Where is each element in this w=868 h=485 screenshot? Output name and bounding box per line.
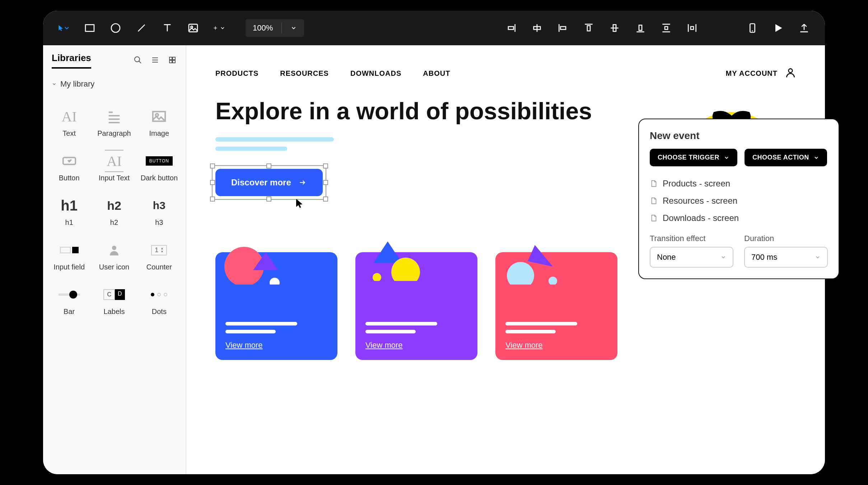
svg-line-2 bbox=[138, 25, 145, 32]
discover-button-selected[interactable]: Discover more bbox=[215, 169, 323, 196]
card-shapes-icon bbox=[363, 238, 434, 281]
align-v-center-icon[interactable] bbox=[608, 22, 621, 34]
choose-trigger-button[interactable]: CHOOSE TRIGGER bbox=[650, 149, 737, 166]
svg-point-63 bbox=[373, 273, 381, 281]
screen-downloads[interactable]: Downloads - screen bbox=[650, 209, 828, 227]
chevron-down-icon bbox=[724, 155, 729, 161]
svg-rect-14 bbox=[587, 26, 590, 31]
card-1[interactable]: View more bbox=[215, 252, 337, 360]
lib-bar[interactable]: Bar bbox=[47, 278, 92, 323]
lib-button[interactable]: Button bbox=[47, 145, 92, 189]
upload-icon[interactable] bbox=[798, 22, 811, 34]
event-panel-title: New event bbox=[650, 130, 828, 142]
nav-downloads[interactable]: DOWNLOADS bbox=[350, 69, 401, 78]
site-nav: PRODUCTS RESOURCES DOWNLOADS ABOUT MY AC… bbox=[215, 60, 796, 98]
lib-h3[interactable]: h3h3 bbox=[137, 189, 182, 234]
lib-text[interactable]: AIText bbox=[47, 100, 92, 145]
svg-rect-21 bbox=[665, 27, 668, 29]
svg-point-66 bbox=[549, 277, 557, 285]
duration-select[interactable]: 700 ms bbox=[744, 247, 828, 268]
card-3[interactable]: View more bbox=[495, 252, 617, 360]
chevron-down-icon bbox=[720, 254, 726, 260]
svg-line-28 bbox=[139, 61, 141, 63]
user-icon[interactable] bbox=[785, 67, 796, 80]
svg-rect-3 bbox=[189, 24, 197, 32]
libraries-title: Libraries bbox=[52, 52, 91, 69]
lib-dots[interactable]: Dots bbox=[137, 278, 182, 323]
svg-marker-64 bbox=[528, 245, 553, 267]
lib-h1[interactable]: h1h1 bbox=[47, 189, 92, 234]
svg-point-27 bbox=[135, 57, 140, 62]
card-shapes-icon bbox=[219, 241, 291, 285]
align-left-icon[interactable] bbox=[556, 22, 569, 34]
image-tool[interactable] bbox=[187, 22, 200, 34]
screen-resources[interactable]: Resources - screen bbox=[650, 192, 828, 209]
distribute-h-icon[interactable] bbox=[686, 22, 699, 34]
lib-input-text[interactable]: AIInput Text bbox=[92, 145, 136, 189]
list-view-icon[interactable] bbox=[151, 56, 159, 66]
nav-products[interactable]: PRODUCTS bbox=[215, 69, 258, 78]
grid-view-icon[interactable] bbox=[168, 56, 177, 66]
svg-point-60 bbox=[270, 278, 280, 285]
toolbar: 100% bbox=[43, 11, 825, 45]
card-link[interactable]: View more bbox=[505, 341, 607, 350]
nav-resources[interactable]: RESOURCES bbox=[280, 69, 329, 78]
lib-paragraph[interactable]: Paragraph bbox=[92, 100, 136, 145]
lib-labels[interactable]: CDLabels bbox=[92, 278, 136, 323]
card-shapes-icon bbox=[499, 241, 571, 285]
add-tool[interactable] bbox=[213, 22, 225, 34]
choose-action-button[interactable]: CHOOSE ACTION bbox=[745, 149, 827, 166]
screen-products[interactable]: Products - screen bbox=[650, 175, 828, 192]
svg-point-43 bbox=[112, 246, 116, 250]
search-icon[interactable] bbox=[134, 56, 142, 66]
svg-rect-18 bbox=[639, 25, 642, 31]
duration-label: Duration bbox=[744, 234, 828, 243]
lib-counter[interactable]: 1▲▼Counter bbox=[137, 234, 182, 278]
event-panel[interactable]: New event CHOOSE TRIGGER CHOOSE ACTION P… bbox=[638, 119, 839, 279]
align-right-icon[interactable] bbox=[505, 22, 518, 34]
svg-point-65 bbox=[507, 262, 534, 285]
lib-dark-button[interactable]: BUTTONDark button bbox=[137, 145, 182, 189]
file-icon bbox=[650, 179, 658, 188]
file-icon bbox=[650, 213, 658, 223]
distribute-v-icon[interactable] bbox=[660, 22, 673, 34]
line-tool[interactable] bbox=[135, 22, 148, 34]
nav-about[interactable]: ABOUT bbox=[423, 69, 450, 78]
svg-point-44 bbox=[789, 69, 793, 73]
lib-user-icon[interactable]: User icon bbox=[92, 234, 136, 278]
svg-rect-8 bbox=[508, 27, 514, 29]
selection-handles[interactable] bbox=[212, 165, 326, 200]
zoom-select[interactable]: 100% bbox=[246, 19, 304, 37]
svg-marker-61 bbox=[373, 241, 402, 263]
ellipse-tool[interactable] bbox=[109, 22, 122, 34]
lib-image[interactable]: Image bbox=[137, 100, 182, 145]
libraries-panel: Libraries My library AIText Paragraph Im… bbox=[43, 45, 187, 474]
svg-rect-32 bbox=[169, 57, 172, 60]
hero-headline[interactable]: Explore in a world of possibilities bbox=[215, 98, 592, 125]
lib-input-field[interactable]: Input field bbox=[47, 234, 92, 278]
rectangle-tool[interactable] bbox=[83, 22, 96, 34]
text-tool[interactable] bbox=[161, 22, 174, 34]
lib-h2[interactable]: h2h2 bbox=[92, 189, 136, 234]
card-link[interactable]: View more bbox=[365, 341, 467, 350]
align-top-icon[interactable] bbox=[582, 22, 595, 34]
my-library-label: My library bbox=[60, 79, 94, 89]
svg-rect-33 bbox=[173, 57, 175, 60]
align-bottom-icon[interactable] bbox=[634, 22, 647, 34]
my-account[interactable]: MY ACCOUNT bbox=[726, 69, 778, 78]
select-tool[interactable] bbox=[57, 22, 70, 34]
transition-label: Transition effect bbox=[650, 234, 733, 243]
card-link[interactable]: View more bbox=[225, 341, 327, 350]
svg-rect-12 bbox=[560, 27, 566, 29]
svg-point-1 bbox=[111, 24, 120, 32]
play-icon[interactable] bbox=[772, 22, 785, 34]
sidebar-header: Libraries bbox=[43, 52, 185, 75]
align-h-center-icon[interactable] bbox=[531, 22, 543, 34]
hero-placeholder-lines bbox=[215, 137, 592, 151]
file-icon bbox=[650, 196, 658, 205]
transition-select[interactable]: None bbox=[650, 247, 733, 268]
card-2[interactable]: View more bbox=[355, 252, 477, 360]
my-library-toggle[interactable]: My library bbox=[43, 75, 185, 93]
svg-rect-24 bbox=[691, 27, 694, 29]
device-preview-icon[interactable] bbox=[746, 22, 759, 34]
